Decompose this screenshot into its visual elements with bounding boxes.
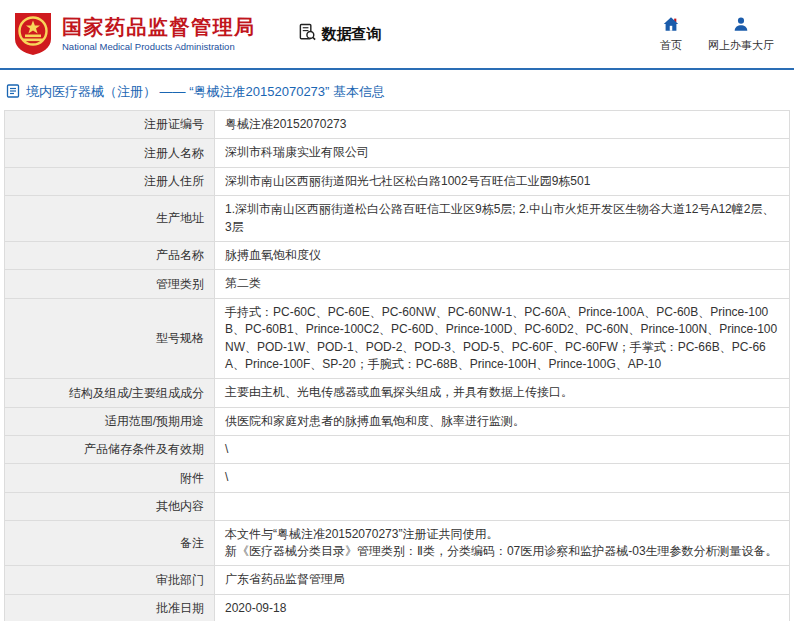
document-icon <box>6 84 20 101</box>
table-row: 产品储存条件及有效期\ <box>5 436 790 464</box>
field-value: 2020-09-18 <box>215 594 790 621</box>
brand-text: 国家药品监督管理局 National Medical Products Admi… <box>62 16 256 52</box>
table-row: 注册证编号粤械注准20152070273 <box>5 111 790 139</box>
data-query-icon <box>298 23 317 45</box>
org-name-en: National Medical Products Administration <box>62 41 256 52</box>
field-label: 其他内容 <box>5 492 215 520</box>
field-value: 粤械注准20152070273 <box>215 111 790 139</box>
nav-home-label: 首页 <box>660 38 682 53</box>
table-row: 结构及组成/主要组成成分主要由主机、光电传感器或血氧探头组成，并具有数据上传接口… <box>5 379 790 407</box>
field-label: 型号规格 <box>5 298 215 379</box>
table-row: 其他内容 <box>5 492 790 520</box>
table-row: 型号规格手持式：PC-60C、PC-60E、PC-60NW、PC-60NW-1、… <box>5 298 790 379</box>
field-label: 注册人名称 <box>5 139 215 167</box>
field-value: 1.深圳市南山区西丽街道松白公路百旺信工业区9栋5层; 2.中山市火炬开发区生物… <box>215 196 790 242</box>
table-row: 注册人名称深圳市科瑞康实业有限公司 <box>5 139 790 167</box>
table-row: 注册人住所深圳市南山区西丽街道阳光七社区松白路1002号百旺信工业园9栋501 <box>5 167 790 195</box>
field-value: \ <box>215 464 790 492</box>
site-header: 国家药品监督管理局 National Medical Products Admi… <box>0 0 794 68</box>
org-name-cn: 国家药品监督管理局 <box>62 16 256 39</box>
field-label: 适用范围/预期用途 <box>5 407 215 435</box>
table-row: 审批部门广东省药品监督管理局 <box>5 566 790 594</box>
field-value: 供医院和家庭对患者的脉搏血氧饱和度、脉率进行监测。 <box>215 407 790 435</box>
field-label: 管理类别 <box>5 270 215 298</box>
field-label: 产品储存条件及有效期 <box>5 436 215 464</box>
field-label: 注册人住所 <box>5 167 215 195</box>
field-label: 批准日期 <box>5 594 215 621</box>
field-label: 审批部门 <box>5 566 215 594</box>
table-row: 附件\ <box>5 464 790 492</box>
field-label: 生产地址 <box>5 196 215 242</box>
national-emblem-logo <box>12 11 54 57</box>
table-row: 生产地址1.深圳市南山区西丽街道松白公路百旺信工业区9栋5层; 2.中山市火炬开… <box>5 196 790 242</box>
field-label: 备注 <box>5 520 215 566</box>
field-value: \ <box>215 436 790 464</box>
field-value: 脉搏血氧饱和度仪 <box>215 241 790 269</box>
field-value: 手持式：PC-60C、PC-60E、PC-60NW、PC-60NW-1、PC-6… <box>215 298 790 379</box>
table-row: 备注本文件与“粤械注准20152070273”注册证共同使用。 新《医疗器械分类… <box>5 520 790 566</box>
field-label: 结构及组成/主要组成成分 <box>5 379 215 407</box>
nav-online-hall-label: 网上办事大厅 <box>708 38 774 53</box>
field-value: 本文件与“粤械注准20152070273”注册证共同使用。 新《医疗器械分类目录… <box>215 520 790 566</box>
page: 国家药品监督管理局 National Medical Products Admi… <box>0 0 794 621</box>
table-row: 适用范围/预期用途供医院和家庭对患者的脉搏血氧饱和度、脉率进行监测。 <box>5 407 790 435</box>
data-query-label: 数据查询 <box>322 25 382 44</box>
field-value: 第二类 <box>215 270 790 298</box>
field-value: 广东省药品监督管理局 <box>215 566 790 594</box>
field-value: 深圳市南山区西丽街道阳光七社区松白路1002号百旺信工业园9栋501 <box>215 167 790 195</box>
breadcrumb-text: 境内医疗器械（注册） —— “粤械注准20152070273” 基本信息 <box>26 83 385 101</box>
field-value: 主要由主机、光电传感器或血氧探头组成，并具有数据上传接口。 <box>215 379 790 407</box>
info-table-body: 注册证编号粤械注准20152070273注册人名称深圳市科瑞康实业有限公司注册人… <box>5 111 790 621</box>
top-nav: 首页 网上办事大厅 <box>660 15 780 53</box>
info-table: 注册证编号粤械注准20152070273注册人名称深圳市科瑞康实业有限公司注册人… <box>4 110 790 621</box>
table-row: 产品名称脉搏血氧饱和度仪 <box>5 241 790 269</box>
nav-online-hall[interactable]: 网上办事大厅 <box>708 15 774 53</box>
brand: 国家药品监督管理局 National Medical Products Admi… <box>12 11 256 57</box>
user-icon <box>732 15 750 35</box>
field-value <box>215 492 790 520</box>
nav-home[interactable]: 首页 <box>660 15 682 53</box>
data-query-heading: 数据查询 <box>298 23 382 45</box>
field-label: 产品名称 <box>5 241 215 269</box>
home-icon <box>662 15 680 35</box>
table-row: 批准日期2020-09-18 <box>5 594 790 621</box>
field-label: 附件 <box>5 464 215 492</box>
field-label: 注册证编号 <box>5 111 215 139</box>
field-value: 深圳市科瑞康实业有限公司 <box>215 139 790 167</box>
breadcrumb: 境内医疗器械（注册） —— “粤械注准20152070273” 基本信息 <box>0 70 794 110</box>
table-row: 管理类别第二类 <box>5 270 790 298</box>
